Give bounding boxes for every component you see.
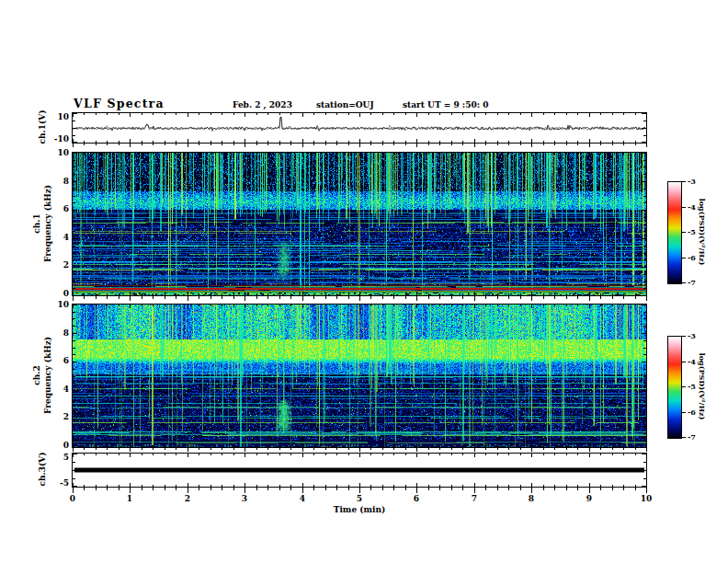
axis-tick [165, 488, 165, 490]
axis-tick [531, 144, 532, 147]
axis-tick [497, 296, 498, 299]
axis-tick [119, 144, 119, 145]
axis-tick [176, 144, 176, 145]
x-tick-label: 10 [641, 494, 653, 503]
axis-tick [439, 488, 440, 490]
axis-tick [543, 296, 544, 299]
axis-tick [520, 488, 521, 490]
colorbar-tick [682, 386, 686, 387]
axis-tick [336, 448, 337, 450]
axis-tick [520, 296, 521, 299]
axis-tick [313, 448, 314, 450]
ch2-spectrogram [73, 304, 646, 447]
axis-tick [416, 144, 417, 147]
x-tick-label: 1 [127, 494, 132, 503]
axis-tick [623, 144, 624, 145]
ch1-voltage-plot [73, 113, 646, 143]
axis-tick [165, 296, 165, 299]
axis-tick [84, 144, 85, 145]
axis-tick [416, 448, 417, 452]
axis-tick [612, 144, 613, 145]
axis-tick [635, 144, 636, 145]
axis-tick [508, 144, 509, 145]
axis-tick [130, 488, 131, 493]
axis-tick [359, 296, 360, 301]
colorbar-tick [682, 362, 686, 362]
axis-tick [370, 296, 371, 299]
axis-tick [405, 448, 406, 450]
y-tick-label: 0 [49, 289, 69, 298]
axis-tick [290, 488, 291, 490]
ch2-spec-ylabel-channel: ch.2 [32, 365, 41, 385]
axis-tick [348, 144, 349, 145]
x-axis-title: Time (min) [334, 505, 386, 514]
axis-tick [497, 488, 498, 490]
axis-tick [577, 144, 578, 145]
x-tick-label: 5 [357, 494, 362, 503]
axis-tick [233, 488, 234, 490]
axis-tick [497, 448, 498, 450]
ch3-voltage-plot [73, 454, 646, 487]
axis-tick [393, 488, 394, 490]
axis-tick [612, 296, 613, 299]
colorbar-tick [682, 412, 686, 413]
axis-tick [382, 296, 383, 299]
axis-tick [508, 488, 509, 490]
axis-tick [222, 448, 222, 450]
axis-tick [485, 296, 486, 299]
axis-tick [245, 144, 245, 147]
axis-tick [428, 488, 429, 490]
colorbar-tick-label: -4 [688, 203, 704, 212]
axis-tick [370, 448, 371, 450]
axis-tick [566, 488, 567, 490]
axis-tick [416, 296, 417, 301]
axis-tick [554, 448, 555, 450]
axis-tick [554, 144, 555, 145]
axis-tick [623, 448, 624, 450]
colorbar-tick [682, 232, 686, 233]
axis-tick [142, 448, 142, 450]
axis-tick [612, 488, 613, 490]
axis-tick [543, 144, 544, 145]
axis-tick [119, 296, 119, 299]
axis-tick [635, 448, 636, 450]
axis-tick [107, 144, 108, 145]
axis-tick [73, 448, 74, 452]
axis-tick [188, 448, 188, 452]
axis-tick [233, 296, 234, 299]
axis-tick [199, 448, 199, 450]
axis-tick [210, 144, 211, 145]
axis-tick [256, 448, 257, 450]
axis-tick [566, 296, 567, 299]
axis-tick [370, 488, 371, 490]
axis-tick [577, 488, 578, 490]
axis-tick [130, 448, 131, 452]
axis-tick [233, 144, 234, 145]
axis-tick [370, 144, 371, 145]
colorbar-tick-label: -3 [688, 178, 704, 186]
axis-tick [554, 296, 555, 299]
axis-tick [405, 488, 406, 490]
axis-tick [290, 144, 291, 145]
axis-tick [359, 144, 360, 147]
axis-tick [199, 296, 199, 299]
axis-tick [531, 448, 532, 452]
axis-tick [451, 448, 452, 450]
axis-tick [428, 296, 429, 299]
axis-tick [554, 488, 555, 490]
axis-tick [153, 144, 154, 145]
axis-tick [107, 296, 108, 299]
ch1-spectrogram [73, 153, 646, 295]
axis-tick [600, 488, 601, 490]
y-tick-label: 10 [49, 300, 69, 309]
figure-title: VLF Spectra [74, 97, 165, 110]
axis-tick [462, 448, 463, 450]
axis-tick [96, 448, 97, 450]
ch1-spec-ylabel-axis: Frequency (kHz) [43, 185, 52, 262]
axis-tick [325, 296, 326, 299]
colorbar-tick [682, 437, 686, 438]
axis-tick [589, 144, 590, 147]
colorbar-tick-label: -5 [688, 383, 704, 391]
y-tick-label: -5 [49, 478, 69, 488]
axis-tick [73, 296, 74, 301]
